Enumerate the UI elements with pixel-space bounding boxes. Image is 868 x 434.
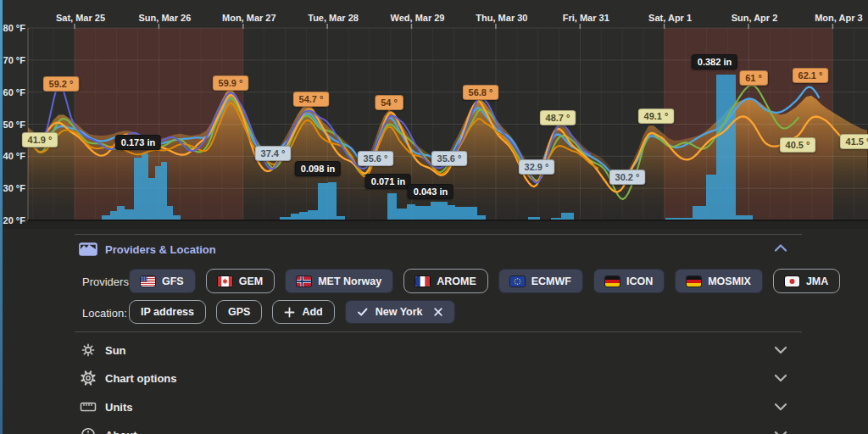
expand-chevron-down-icon[interactable] xyxy=(773,431,788,434)
collapse-chevron-up-icon[interactable] xyxy=(773,243,788,253)
precipitation-bar xyxy=(318,183,328,220)
x-axis-day-label: Mon, Apr 3 xyxy=(815,13,862,23)
y-axis-temp-label: 60 °F xyxy=(0,87,25,97)
providers-location-header[interactable]: Providers & Location xyxy=(0,240,868,259)
precip-total-badge: 0.071 in xyxy=(365,174,411,189)
precipitation-bar xyxy=(117,206,125,220)
x-axis-day-label: Sat, Mar 25 xyxy=(56,13,105,23)
precipitation-bar xyxy=(155,166,161,220)
precipitation-bar xyxy=(134,158,142,220)
precipitation-bar xyxy=(693,206,706,220)
temp-min-badge: 30.2 ° xyxy=(609,170,646,185)
provider-label: ICON xyxy=(626,275,653,287)
precip-total-badge: 0.098 in xyxy=(295,161,341,176)
location-button-gps[interactable]: GPS xyxy=(216,300,262,324)
flag-de-icon xyxy=(687,276,701,287)
sun-icon xyxy=(80,342,97,359)
temp-max-badge: 62.1 ° xyxy=(793,68,829,83)
temp-min-badge: 32.9 ° xyxy=(519,159,555,175)
location-list: IP addressGPSAddNew York xyxy=(129,300,455,324)
temp-mild-badge: 49.1 ° xyxy=(638,108,675,124)
y-axis-temp-label: 50 °F xyxy=(0,120,25,130)
location-button-ip-address[interactable]: IP address xyxy=(129,300,206,324)
precipitation-bar xyxy=(142,153,148,220)
y-axis-temp-label: 40 °F xyxy=(0,151,25,161)
precipitation-bar xyxy=(167,206,173,220)
x-axis-day-label: Sun, Apr 2 xyxy=(732,13,778,23)
precipitation-bar xyxy=(407,204,415,220)
providers-location-icon xyxy=(78,241,98,261)
section-row-chart-options[interactable]: Chart options xyxy=(0,364,868,392)
provider-label: GFS xyxy=(162,275,184,287)
precipitation-bar xyxy=(299,212,308,220)
precipitation-bar xyxy=(716,75,736,220)
weather-forecast-chart[interactable]: Sat, Mar 25Sun, Mar 26Mon, Mar 27Tue, Ma… xyxy=(0,0,868,229)
expand-chevron-down-icon[interactable] xyxy=(773,345,788,354)
location-chip-label: New York xyxy=(376,306,423,318)
section-label: Units xyxy=(105,400,133,413)
plus-icon xyxy=(284,307,295,318)
precipitation-bar xyxy=(148,178,155,220)
provider-button-gfs[interactable]: GFS xyxy=(129,269,196,293)
flag-fr-icon xyxy=(415,276,430,287)
precipitation-bar xyxy=(448,205,455,220)
y-axis-temp-label: 70 °F xyxy=(0,55,25,65)
section-label: Sun xyxy=(105,343,126,356)
temp-min-badge: 37.4 ° xyxy=(255,146,292,161)
providers-list: GFSGEMMET NorwayAROMEECMWFICONMOSMIXJMA xyxy=(129,269,840,293)
location-chip-new-york[interactable]: New York xyxy=(345,300,455,324)
providers-location-label: Providers & Location xyxy=(105,243,216,256)
flag-eu-icon xyxy=(510,276,525,287)
provider-label: AROME xyxy=(437,275,476,287)
x-axis-day-label: Sat, Apr 1 xyxy=(648,13,692,23)
y-axis-temp-label: 80 °F xyxy=(0,23,25,33)
precipitation-bar xyxy=(291,214,299,220)
remove-location-icon[interactable] xyxy=(433,307,443,317)
section-row-sun[interactable]: Sun xyxy=(0,336,868,364)
precipitation-bar xyxy=(308,210,318,220)
providers-row-label: Providers: xyxy=(82,275,132,288)
provider-button-jma[interactable]: JMA xyxy=(773,269,840,293)
expand-chevron-down-icon[interactable] xyxy=(773,402,788,411)
provider-button-mosmix[interactable]: MOSMIX xyxy=(675,269,763,293)
location-button-label: GPS xyxy=(228,306,250,318)
precipitation-bar xyxy=(161,162,167,220)
temp-mild-badge: 41.9 ° xyxy=(22,132,58,147)
temp-mild-badge: 40.5 ° xyxy=(780,137,816,153)
location-button-label: Add xyxy=(302,306,322,318)
precipitation-bar xyxy=(561,213,574,220)
flag-us-icon xyxy=(141,276,155,287)
provider-label: JMA xyxy=(806,275,828,287)
location-button-add[interactable]: Add xyxy=(272,300,334,324)
provider-button-arome[interactable]: AROME xyxy=(403,269,488,293)
provider-button-met-norway[interactable]: MET Norway xyxy=(285,269,393,293)
y-axis-temp-label: 30 °F xyxy=(0,183,25,193)
section-row-about[interactable]: About xyxy=(0,421,868,434)
provider-label: ECMWF xyxy=(531,275,571,287)
provider-button-gem[interactable]: GEM xyxy=(206,269,275,293)
provider-button-icon[interactable]: ICON xyxy=(593,269,665,293)
divider xyxy=(75,234,802,235)
flag-jp-icon xyxy=(785,276,799,287)
provider-button-ecmwf[interactable]: ECMWF xyxy=(498,269,583,293)
ruler-icon xyxy=(80,398,97,415)
flag-no-icon xyxy=(297,276,311,287)
temp-min-badge: 35.6 ° xyxy=(431,151,468,166)
temp-max-badge: 61 ° xyxy=(739,70,768,86)
info-icon xyxy=(80,426,97,434)
y-axis-temp-label: 20 °F xyxy=(0,215,25,225)
flag-de-icon xyxy=(605,276,620,287)
settings-panel: Providers & Location Providers: GFSGEMME… xyxy=(0,229,868,434)
x-axis-day-label: Wed, Mar 29 xyxy=(391,13,445,23)
temp-max-badge: 59.2 ° xyxy=(43,76,80,92)
left-accent-strip xyxy=(0,0,3,434)
temp-max-badge: 54.7 ° xyxy=(293,92,330,107)
provider-label: GEM xyxy=(239,275,263,287)
location-row-label: Location: xyxy=(82,307,127,320)
flag-ca-icon xyxy=(218,276,232,287)
precipitation-bar xyxy=(110,211,117,220)
precipitation-bar xyxy=(387,193,397,220)
expand-chevron-down-icon[interactable] xyxy=(773,374,788,383)
section-row-units[interactable]: Units xyxy=(0,392,868,420)
provider-label: MET Norway xyxy=(318,275,381,287)
